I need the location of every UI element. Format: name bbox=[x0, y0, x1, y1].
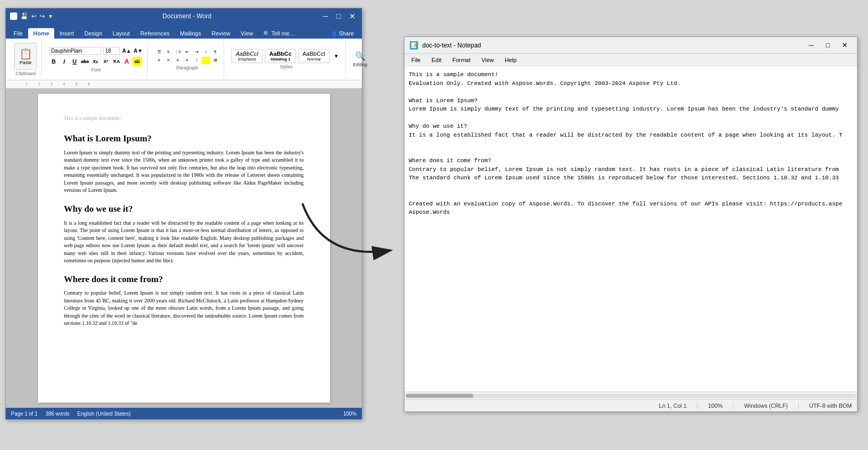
word-maximize-btn[interactable]: □ bbox=[335, 12, 343, 20]
notepad-textarea[interactable] bbox=[405, 66, 857, 392]
subscript-btn[interactable]: X₂ bbox=[91, 57, 100, 66]
font-color-btn[interactable]: A bbox=[122, 57, 131, 66]
font-area: A▲ A▼ B I U abc X₂ X² ✕A A ab bbox=[49, 46, 143, 66]
font-size-input[interactable] bbox=[103, 47, 120, 55]
word-ruler: 123456 bbox=[6, 80, 362, 89]
list-multilevel-btn[interactable]: ⋮≡ bbox=[174, 48, 182, 56]
list-number-btn[interactable]: ≡ bbox=[164, 48, 173, 56]
bold-btn[interactable]: B bbox=[49, 57, 58, 66]
clipboard-label: Clipboard bbox=[16, 71, 36, 76]
style-heading1[interactable]: AaBbCc Heading 1 bbox=[265, 49, 296, 63]
tab-mailings[interactable]: Mailings bbox=[175, 28, 206, 39]
notepad-close-btn[interactable]: ✕ bbox=[837, 40, 852, 51]
notepad-statusbar: Ln 1, Col 1 100% Windows (CRLF) UTF-8 wi… bbox=[405, 399, 857, 411]
show-marks-btn[interactable]: ¶ bbox=[211, 48, 219, 56]
underline-btn[interactable]: U bbox=[70, 57, 79, 66]
statusbar-sep3 bbox=[798, 402, 799, 409]
font-name-input[interactable] bbox=[49, 47, 101, 55]
shading-btn[interactable] bbox=[202, 57, 210, 64]
word-titlebar: 💾 ↩ ↪ ▼ Document - Word ─ □ ✕ bbox=[6, 8, 362, 24]
tab-view[interactable]: View bbox=[236, 28, 259, 39]
doc-watermark: This is a sample document! bbox=[64, 115, 304, 122]
list-bullet-btn[interactable]: ☰ bbox=[155, 48, 163, 56]
scrollbar-thumb[interactable] bbox=[406, 394, 473, 398]
tab-design[interactable]: Design bbox=[79, 28, 107, 39]
line-spacing-btn[interactable]: ↕ bbox=[192, 57, 201, 64]
quick-save-icon[interactable]: 💾 bbox=[20, 13, 28, 20]
notepad-title: doc-to-text - Notepad bbox=[422, 42, 481, 49]
paste-label: Paste bbox=[19, 60, 31, 65]
word-close-btn[interactable]: ✕ bbox=[347, 12, 358, 20]
menu-format[interactable]: Format bbox=[448, 56, 475, 64]
menu-view[interactable]: View bbox=[478, 56, 498, 64]
notepad-content bbox=[405, 66, 857, 392]
word-statusbar: Page 1 of 1 386 words English (United St… bbox=[6, 408, 362, 419]
decrease-indent-btn[interactable]: ⇤ bbox=[183, 48, 191, 56]
page-info: Page 1 of 1 bbox=[11, 411, 38, 417]
notepad-menubar: File Edit Format View Help bbox=[405, 54, 857, 66]
increase-font-btn[interactable]: A▲ bbox=[122, 46, 131, 55]
tab-home[interactable]: Home bbox=[28, 28, 55, 39]
tab-references[interactable]: References bbox=[135, 28, 175, 39]
menu-file[interactable]: File bbox=[407, 56, 425, 64]
styles-label: Styles bbox=[280, 64, 293, 69]
editing-label: Editing bbox=[353, 62, 368, 67]
paste-button[interactable]: 📋 Paste bbox=[14, 43, 37, 70]
language-info: English (United States) bbox=[77, 411, 130, 417]
menu-edit[interactable]: Edit bbox=[427, 56, 446, 64]
style-emphasis[interactable]: AaBbCcI Emphasis bbox=[231, 49, 263, 63]
superscript-btn[interactable]: X² bbox=[101, 57, 111, 66]
style-normal[interactable]: AaBbCcI Normal bbox=[298, 49, 329, 63]
tab-layout[interactable]: Layout bbox=[107, 28, 135, 39]
ribbon-editing-group: 🔍 Editing bbox=[349, 41, 372, 78]
notepad-titlebar-left: 📝 doc-to-text - Notepad bbox=[410, 41, 481, 50]
ruler-marks: 123456 bbox=[26, 82, 90, 86]
notepad-minimize-btn[interactable]: ─ bbox=[804, 40, 818, 51]
tab-file[interactable]: File bbox=[8, 28, 28, 39]
align-center-btn[interactable]: ≡ bbox=[164, 57, 173, 64]
word-count: 386 words bbox=[45, 411, 69, 417]
clear-format-btn[interactable]: ✕A bbox=[112, 57, 121, 66]
desktop: 💾 ↩ ↪ ▼ Document - Word ─ □ ✕ File Home … bbox=[0, 0, 868, 450]
decrease-font-btn[interactable]: A▼ bbox=[133, 46, 143, 55]
menu-help[interactable]: Help bbox=[500, 56, 521, 64]
align-justify-btn[interactable]: ≡ bbox=[183, 57, 191, 64]
notepad-zoom: 100% bbox=[708, 403, 723, 409]
zoom-level: 100% bbox=[343, 411, 357, 417]
align-left-btn[interactable]: ≡ bbox=[155, 57, 163, 64]
notepad-app-icon: 📝 bbox=[410, 41, 418, 50]
undo-icon[interactable]: ↩ bbox=[31, 13, 36, 20]
notepad-titlebar-controls: ─ □ ✕ bbox=[804, 40, 852, 51]
italic-btn[interactable]: I bbox=[59, 57, 69, 66]
word-ribbon-tabs: File Home Insert Design Layout Reference… bbox=[6, 24, 362, 39]
notepad-hscrollbar[interactable] bbox=[405, 392, 857, 399]
strikethrough-btn[interactable]: abc bbox=[80, 57, 90, 66]
ribbon-clipboard-group: 📋 Paste Clipboard bbox=[10, 41, 42, 78]
notepad-maximize-btn[interactable]: □ bbox=[821, 40, 835, 51]
notepad-titlebar: 📝 doc-to-text - Notepad ─ □ ✕ bbox=[405, 37, 857, 54]
word-doc-area: This is a sample document! What is Lorem… bbox=[6, 89, 362, 408]
doc-heading-1: What is Lorem Ipsum? bbox=[64, 132, 304, 145]
styles-area: AaBbCcI Emphasis AaBbCc Heading 1 AaBbCc… bbox=[231, 49, 341, 63]
customize-icon[interactable]: ▼ bbox=[48, 14, 53, 19]
para-area: ☰ ≡ ⋮≡ ⇤ ⇥ ↕ ¶ ≡ ≡ ≡ ≡ ↕ bbox=[155, 48, 219, 64]
tab-review[interactable]: Review bbox=[206, 28, 236, 39]
styles-more-btn[interactable]: ▼ bbox=[332, 52, 341, 61]
ribbon-paragraph-group: ☰ ≡ ⋮≡ ⇤ ⇥ ↕ ¶ ≡ ≡ ≡ ≡ ↕ bbox=[151, 41, 224, 78]
font-label: Font bbox=[91, 67, 101, 72]
tab-tell-me[interactable]: 🔍 Tell me... bbox=[258, 28, 299, 39]
editing-icon: 🔍 bbox=[355, 51, 365, 61]
word-minimize-btn[interactable]: ─ bbox=[321, 12, 331, 20]
tab-share[interactable]: 👤 Share bbox=[326, 28, 359, 39]
sort-btn[interactable]: ↕ bbox=[202, 48, 210, 56]
statusbar-sep1 bbox=[697, 402, 698, 409]
borders-btn[interactable]: ⊞ bbox=[211, 57, 219, 64]
redo-icon[interactable]: ↪ bbox=[40, 13, 45, 20]
highlight-btn[interactable]: ab bbox=[132, 57, 142, 66]
doc-heading-3: Where does it come from? bbox=[64, 273, 304, 286]
editing-section: 🔍 Editing bbox=[353, 51, 368, 67]
tab-insert[interactable]: Insert bbox=[54, 28, 79, 39]
increase-indent-btn[interactable]: ⇥ bbox=[192, 48, 201, 56]
align-right-btn[interactable]: ≡ bbox=[174, 57, 182, 64]
ribbon-styles-group: AaBbCcI Emphasis AaBbCc Heading 1 AaBbCc… bbox=[227, 41, 346, 78]
